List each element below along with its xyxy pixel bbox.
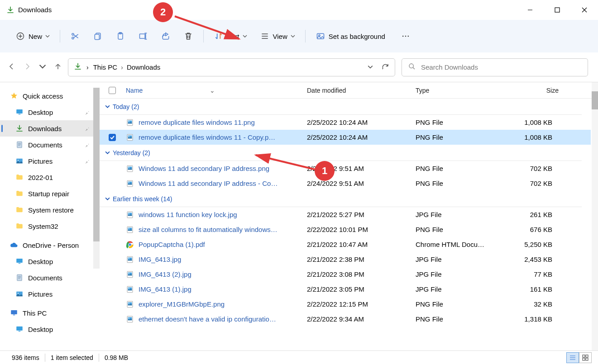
sidebar-item[interactable]: Desktop (0, 321, 100, 337)
file-type: JPG File (416, 211, 510, 218)
new-button[interactable]: New (9, 27, 56, 45)
svg-rect-67 (586, 355, 588, 357)
star-icon (10, 92, 18, 100)
address-bar[interactable]: › This PC › Downloads (68, 58, 395, 76)
column-name[interactable]: Name⌄ (126, 87, 307, 94)
search-input[interactable]: Search Downloads (402, 58, 588, 76)
file-date: 2/21/2022 5:27 PM (307, 211, 416, 218)
file-size: 161 KB (510, 285, 564, 293)
file-row[interactable]: ethernet doesn't have a valid ip configu… (100, 312, 591, 326)
svg-point-65 (129, 317, 129, 318)
svg-point-59 (129, 288, 129, 288)
file-date: 2/25/2022 10:24 AM (307, 133, 416, 141)
file-row[interactable]: IMG_6413 (1).jpg2/21/2022 3:05 PMJPG Fil… (100, 282, 591, 297)
recent-button[interactable] (39, 63, 46, 71)
copy-button[interactable] (86, 27, 109, 45)
file-icon (126, 180, 134, 188)
sidebar-thispc[interactable]: This PC (0, 305, 100, 321)
column-size[interactable]: Size (510, 87, 564, 94)
sidebar-item[interactable]: Pictures (0, 153, 100, 169)
file-row[interactable]: remove duplicate files windows 11 - Copy… (100, 130, 591, 145)
file-type: JPG File (416, 285, 510, 293)
toolbar: New Sort View Set as background (0, 20, 598, 52)
file-icon (126, 133, 134, 142)
svg-rect-21 (19, 263, 21, 264)
sidebar-item[interactable]: 2022-01 (0, 169, 100, 185)
window-title: Downloads (18, 6, 52, 14)
sidebar-onedrive[interactable]: OneDrive - Person (0, 237, 100, 253)
sidebar-item[interactable]: System restore (0, 202, 100, 218)
file-date: 2/21/2022 10:47 AM (307, 241, 416, 248)
rename-button[interactable] (132, 27, 154, 45)
file-scrollbar[interactable] (592, 82, 598, 350)
minimize-button[interactable] (517, 0, 544, 20)
sidebar-item[interactable]: Pictures (0, 286, 100, 302)
icons-view-button[interactable] (579, 352, 592, 363)
sidebar-item[interactable]: System32 (0, 218, 100, 234)
monitor-icon (10, 309, 18, 317)
sidebar-item[interactable]: Startup repair (0, 185, 100, 202)
file-name: Windows 11 add secondary IP address.png (139, 165, 269, 172)
column-date[interactable]: Date modified (307, 87, 416, 94)
more-button[interactable] (394, 27, 417, 45)
sidebar-item[interactable]: Desktop (0, 253, 100, 269)
paste-button[interactable] (109, 27, 132, 45)
downloads-icon (74, 62, 82, 72)
cut-button[interactable] (64, 27, 86, 45)
details-view-button[interactable] (566, 352, 579, 363)
file-name: size all columns to fit automatically wi… (139, 226, 277, 233)
file-row[interactable]: PopupCaptcha (1).pdf2/21/2022 10:47 AMCh… (100, 237, 591, 252)
group-header[interactable]: Earlier this week (14) (100, 191, 582, 207)
set-background-button[interactable]: Set as background (309, 27, 392, 45)
back-button[interactable] (8, 63, 15, 71)
search-icon (408, 63, 416, 71)
file-row[interactable]: size all columns to fit automatically wi… (100, 222, 591, 237)
file-list: Name⌄ Date modified Type Size Today (2)r… (100, 82, 598, 350)
file-row[interactable]: windows 11 function key lock.jpg2/21/202… (100, 207, 591, 222)
address-row: › This PC › Downloads Search Downloads (0, 52, 598, 82)
svg-rect-5 (95, 34, 99, 40)
select-all-checkbox[interactable] (109, 87, 116, 94)
breadcrumb-root[interactable]: This PC (93, 63, 117, 71)
svg-point-12 (405, 36, 407, 37)
svg-point-49 (129, 243, 131, 246)
file-name: IMG_6413 (1).jpg (139, 285, 191, 293)
file-row[interactable]: remove duplicate files windows 11.png2/2… (100, 115, 591, 130)
file-row[interactable]: explorer_M1GBrMGbpE.png2/22/2022 12:15 P… (100, 297, 591, 312)
file-row[interactable]: IMG_6413 (2).jpg2/21/2022 3:08 PMJPG Fil… (100, 267, 591, 282)
maximize-button[interactable] (544, 0, 571, 20)
refresh-button[interactable] (381, 62, 389, 72)
file-row[interactable]: IMG_6413.jpg2/21/2022 2:38 PMJPG File2,4… (100, 252, 591, 267)
file-type: PNG File (416, 165, 510, 172)
file-type: PNG File (416, 315, 510, 323)
status-selected: 1 item selected (45, 354, 99, 362)
file-row[interactable]: Windows 11 add secondary IP address - Co… (100, 176, 591, 191)
file-row[interactable]: Windows 11 add secondary IP address.png2… (100, 161, 591, 176)
sidebar-item[interactable]: Documents (0, 269, 100, 286)
checkbox[interactable] (109, 134, 116, 141)
group-header[interactable]: Yesterday (2) (100, 145, 582, 161)
forward-button[interactable] (24, 63, 31, 71)
up-button[interactable] (54, 63, 62, 71)
file-size: 1,318 KB (510, 315, 564, 323)
sidebar-item[interactable]: Downloads (0, 120, 100, 137)
file-name: windows 11 function key lock.jpg (139, 211, 237, 218)
sidebar-quick-access[interactable]: Quick access (0, 88, 100, 104)
file-size: 77 KB (510, 270, 564, 278)
close-button[interactable] (571, 0, 598, 20)
file-type: Chrome HTML Docu… (416, 241, 510, 248)
view-button[interactable]: View (254, 27, 301, 45)
sidebar-scrollbar-thumb[interactable] (93, 88, 100, 241)
list-icon (260, 31, 270, 41)
group-header[interactable]: Today (2) (100, 99, 582, 115)
chevron-down-icon[interactable] (368, 64, 373, 71)
sidebar-item[interactable]: Desktop (0, 104, 100, 120)
breadcrumb-folder[interactable]: Downloads (127, 63, 160, 71)
file-size: 702 KB (510, 165, 564, 172)
downloads-icon (6, 6, 14, 14)
file-type: PNG File (416, 180, 510, 187)
column-type[interactable]: Type (416, 87, 510, 94)
sidebar-item[interactable]: Documents (0, 137, 100, 153)
file-scrollbar-thumb[interactable] (592, 91, 598, 109)
status-bar: 936 items 1 item selected 0.98 MB (0, 350, 598, 364)
